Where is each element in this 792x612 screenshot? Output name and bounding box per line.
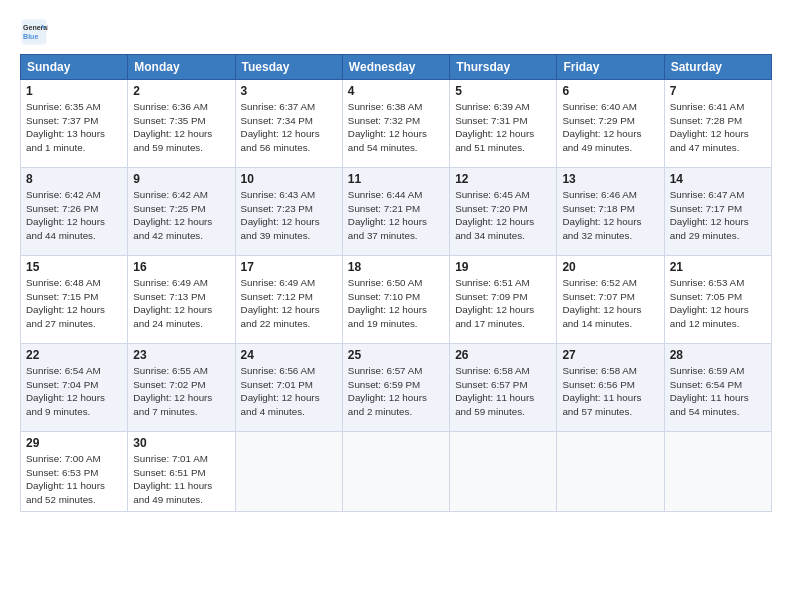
day-number: 6 [562, 84, 658, 98]
day-info: Sunrise: 6:58 AMSunset: 6:57 PMDaylight:… [455, 364, 551, 419]
day-number: 5 [455, 84, 551, 98]
calendar-cell [557, 432, 664, 512]
day-info: Sunrise: 6:44 AMSunset: 7:21 PMDaylight:… [348, 188, 444, 243]
calendar-cell: 17Sunrise: 6:49 AMSunset: 7:12 PMDayligh… [235, 256, 342, 344]
svg-rect-0 [22, 20, 47, 45]
weekday-header-thursday: Thursday [450, 55, 557, 80]
calendar-cell: 3Sunrise: 6:37 AMSunset: 7:34 PMDaylight… [235, 80, 342, 168]
day-info: Sunrise: 6:37 AMSunset: 7:34 PMDaylight:… [241, 100, 337, 155]
calendar-cell: 2Sunrise: 6:36 AMSunset: 7:35 PMDaylight… [128, 80, 235, 168]
calendar-cell: 29Sunrise: 7:00 AMSunset: 6:53 PMDayligh… [21, 432, 128, 512]
calendar-cell: 26Sunrise: 6:58 AMSunset: 6:57 PMDayligh… [450, 344, 557, 432]
calendar-cell: 22Sunrise: 6:54 AMSunset: 7:04 PMDayligh… [21, 344, 128, 432]
calendar-cell: 1Sunrise: 6:35 AMSunset: 7:37 PMDaylight… [21, 80, 128, 168]
day-info: Sunrise: 6:50 AMSunset: 7:10 PMDaylight:… [348, 276, 444, 331]
day-number: 29 [26, 436, 122, 450]
calendar-cell: 5Sunrise: 6:39 AMSunset: 7:31 PMDaylight… [450, 80, 557, 168]
calendar-week-2: 8Sunrise: 6:42 AMSunset: 7:26 PMDaylight… [21, 168, 772, 256]
day-number: 27 [562, 348, 658, 362]
day-info: Sunrise: 6:43 AMSunset: 7:23 PMDaylight:… [241, 188, 337, 243]
calendar-cell: 25Sunrise: 6:57 AMSunset: 6:59 PMDayligh… [342, 344, 449, 432]
calendar-cell: 15Sunrise: 6:48 AMSunset: 7:15 PMDayligh… [21, 256, 128, 344]
day-info: Sunrise: 6:42 AMSunset: 7:26 PMDaylight:… [26, 188, 122, 243]
calendar-cell: 19Sunrise: 6:51 AMSunset: 7:09 PMDayligh… [450, 256, 557, 344]
day-info: Sunrise: 6:55 AMSunset: 7:02 PMDaylight:… [133, 364, 229, 419]
day-info: Sunrise: 6:38 AMSunset: 7:32 PMDaylight:… [348, 100, 444, 155]
day-info: Sunrise: 6:56 AMSunset: 7:01 PMDaylight:… [241, 364, 337, 419]
calendar-cell: 4Sunrise: 6:38 AMSunset: 7:32 PMDaylight… [342, 80, 449, 168]
day-number: 4 [348, 84, 444, 98]
day-info: Sunrise: 6:36 AMSunset: 7:35 PMDaylight:… [133, 100, 229, 155]
day-info: Sunrise: 6:47 AMSunset: 7:17 PMDaylight:… [670, 188, 766, 243]
weekday-header-wednesday: Wednesday [342, 55, 449, 80]
day-number: 18 [348, 260, 444, 274]
day-info: Sunrise: 7:00 AMSunset: 6:53 PMDaylight:… [26, 452, 122, 507]
weekday-header-row: SundayMondayTuesdayWednesdayThursdayFrid… [21, 55, 772, 80]
day-info: Sunrise: 6:35 AMSunset: 7:37 PMDaylight:… [26, 100, 122, 155]
calendar-table: SundayMondayTuesdayWednesdayThursdayFrid… [20, 54, 772, 512]
calendar-cell: 13Sunrise: 6:46 AMSunset: 7:18 PMDayligh… [557, 168, 664, 256]
calendar-week-3: 15Sunrise: 6:48 AMSunset: 7:15 PMDayligh… [21, 256, 772, 344]
day-number: 24 [241, 348, 337, 362]
logo: General Blue [20, 18, 52, 46]
calendar-cell: 20Sunrise: 6:52 AMSunset: 7:07 PMDayligh… [557, 256, 664, 344]
weekday-header-sunday: Sunday [21, 55, 128, 80]
day-info: Sunrise: 6:41 AMSunset: 7:28 PMDaylight:… [670, 100, 766, 155]
logo-icon: General Blue [20, 18, 48, 46]
calendar-cell: 18Sunrise: 6:50 AMSunset: 7:10 PMDayligh… [342, 256, 449, 344]
day-info: Sunrise: 6:49 AMSunset: 7:13 PMDaylight:… [133, 276, 229, 331]
day-number: 2 [133, 84, 229, 98]
calendar-cell [342, 432, 449, 512]
calendar-cell [235, 432, 342, 512]
header: General Blue [20, 18, 772, 46]
day-info: Sunrise: 6:39 AMSunset: 7:31 PMDaylight:… [455, 100, 551, 155]
day-info: Sunrise: 6:51 AMSunset: 7:09 PMDaylight:… [455, 276, 551, 331]
calendar-cell: 30Sunrise: 7:01 AMSunset: 6:51 PMDayligh… [128, 432, 235, 512]
calendar-cell [450, 432, 557, 512]
calendar-cell: 7Sunrise: 6:41 AMSunset: 7:28 PMDaylight… [664, 80, 771, 168]
day-info: Sunrise: 6:40 AMSunset: 7:29 PMDaylight:… [562, 100, 658, 155]
calendar-cell: 27Sunrise: 6:58 AMSunset: 6:56 PMDayligh… [557, 344, 664, 432]
weekday-header-friday: Friday [557, 55, 664, 80]
calendar-cell: 14Sunrise: 6:47 AMSunset: 7:17 PMDayligh… [664, 168, 771, 256]
calendar-cell: 21Sunrise: 6:53 AMSunset: 7:05 PMDayligh… [664, 256, 771, 344]
day-info: Sunrise: 6:46 AMSunset: 7:18 PMDaylight:… [562, 188, 658, 243]
calendar-cell: 6Sunrise: 6:40 AMSunset: 7:29 PMDaylight… [557, 80, 664, 168]
day-number: 21 [670, 260, 766, 274]
day-number: 26 [455, 348, 551, 362]
calendar-week-4: 22Sunrise: 6:54 AMSunset: 7:04 PMDayligh… [21, 344, 772, 432]
calendar-cell [664, 432, 771, 512]
day-number: 22 [26, 348, 122, 362]
calendar-cell: 16Sunrise: 6:49 AMSunset: 7:13 PMDayligh… [128, 256, 235, 344]
day-number: 15 [26, 260, 122, 274]
day-info: Sunrise: 6:54 AMSunset: 7:04 PMDaylight:… [26, 364, 122, 419]
day-info: Sunrise: 7:01 AMSunset: 6:51 PMDaylight:… [133, 452, 229, 507]
day-info: Sunrise: 6:58 AMSunset: 6:56 PMDaylight:… [562, 364, 658, 419]
day-info: Sunrise: 6:42 AMSunset: 7:25 PMDaylight:… [133, 188, 229, 243]
weekday-header-monday: Monday [128, 55, 235, 80]
day-number: 16 [133, 260, 229, 274]
weekday-header-tuesday: Tuesday [235, 55, 342, 80]
day-info: Sunrise: 6:48 AMSunset: 7:15 PMDaylight:… [26, 276, 122, 331]
day-number: 7 [670, 84, 766, 98]
day-number: 8 [26, 172, 122, 186]
day-number: 14 [670, 172, 766, 186]
calendar-week-5: 29Sunrise: 7:00 AMSunset: 6:53 PMDayligh… [21, 432, 772, 512]
day-info: Sunrise: 6:49 AMSunset: 7:12 PMDaylight:… [241, 276, 337, 331]
calendar-cell: 24Sunrise: 6:56 AMSunset: 7:01 PMDayligh… [235, 344, 342, 432]
day-number: 1 [26, 84, 122, 98]
calendar-cell: 8Sunrise: 6:42 AMSunset: 7:26 PMDaylight… [21, 168, 128, 256]
day-number: 12 [455, 172, 551, 186]
day-info: Sunrise: 6:53 AMSunset: 7:05 PMDaylight:… [670, 276, 766, 331]
main-container: General Blue SundayMondayTuesdayWednesda… [0, 0, 792, 522]
day-number: 3 [241, 84, 337, 98]
calendar-cell: 23Sunrise: 6:55 AMSunset: 7:02 PMDayligh… [128, 344, 235, 432]
calendar-week-1: 1Sunrise: 6:35 AMSunset: 7:37 PMDaylight… [21, 80, 772, 168]
day-number: 13 [562, 172, 658, 186]
day-number: 30 [133, 436, 229, 450]
day-number: 11 [348, 172, 444, 186]
calendar-cell: 9Sunrise: 6:42 AMSunset: 7:25 PMDaylight… [128, 168, 235, 256]
day-info: Sunrise: 6:57 AMSunset: 6:59 PMDaylight:… [348, 364, 444, 419]
weekday-header-saturday: Saturday [664, 55, 771, 80]
day-number: 20 [562, 260, 658, 274]
